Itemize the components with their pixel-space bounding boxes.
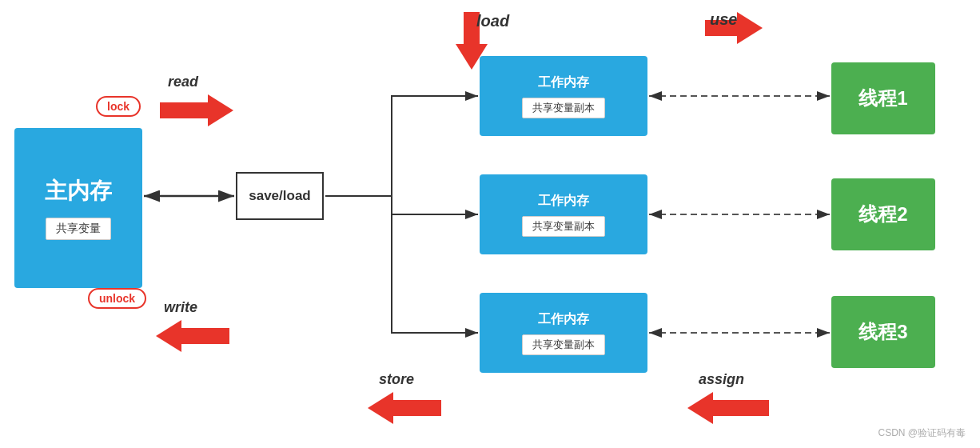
watermark: CSDN @验证码有毒 xyxy=(878,426,966,440)
assign-label: assign xyxy=(699,371,744,388)
thread-3-box: 线程3 xyxy=(831,296,935,368)
save-load-label: save/load xyxy=(249,188,311,204)
shared-var-copy-3: 共享变量副本 xyxy=(522,334,605,355)
write-arrow-container: write xyxy=(156,320,229,352)
work-memory-2-label: 工作内存 xyxy=(538,193,589,210)
store-label: store xyxy=(379,371,414,388)
work-memory-3-label: 工作内存 xyxy=(538,311,589,328)
use-label: use xyxy=(710,10,737,29)
work-memory-1-label: 工作内存 xyxy=(538,74,589,91)
thread-2-label: 线程2 xyxy=(858,202,907,227)
load-label: load xyxy=(476,12,509,30)
main-memory-box: 主内存 共享变量 xyxy=(14,128,142,288)
store-arrow xyxy=(368,392,441,424)
write-arrow xyxy=(156,320,229,352)
work-memory-2: 工作内存 共享变量副本 xyxy=(480,174,647,254)
use-arrow-container: use xyxy=(705,12,763,44)
thread-1-box: 线程1 xyxy=(831,62,935,134)
diagram: 主内存 共享变量 lock unlock read write load xyxy=(0,0,980,448)
shared-var-copy-1: 共享变量副本 xyxy=(522,98,605,118)
write-label: write xyxy=(164,299,197,316)
thread-3-label: 线程3 xyxy=(858,319,907,345)
assign-arrow-container: assign xyxy=(687,392,769,424)
unlock-badge: unlock xyxy=(88,288,146,309)
lock-badge: lock xyxy=(96,96,141,117)
shared-var-box: 共享变量 xyxy=(46,218,111,240)
shared-var-copy-2: 共享变量副本 xyxy=(522,216,605,237)
read-arrow-container: read xyxy=(160,94,233,126)
work-memory-1: 工作内存 共享变量副本 xyxy=(480,56,647,136)
work-memory-3: 工作内存 共享变量副本 xyxy=(480,293,647,373)
save-load-box: save/load xyxy=(236,172,324,220)
store-arrow-container: store xyxy=(368,392,441,424)
thread-1-label: 线程1 xyxy=(858,86,907,111)
thread-2-box: 线程2 xyxy=(831,178,935,250)
main-memory-label: 主内存 xyxy=(45,176,112,206)
assign-arrow xyxy=(687,392,769,424)
read-arrow xyxy=(160,94,233,126)
read-label: read xyxy=(168,74,198,90)
